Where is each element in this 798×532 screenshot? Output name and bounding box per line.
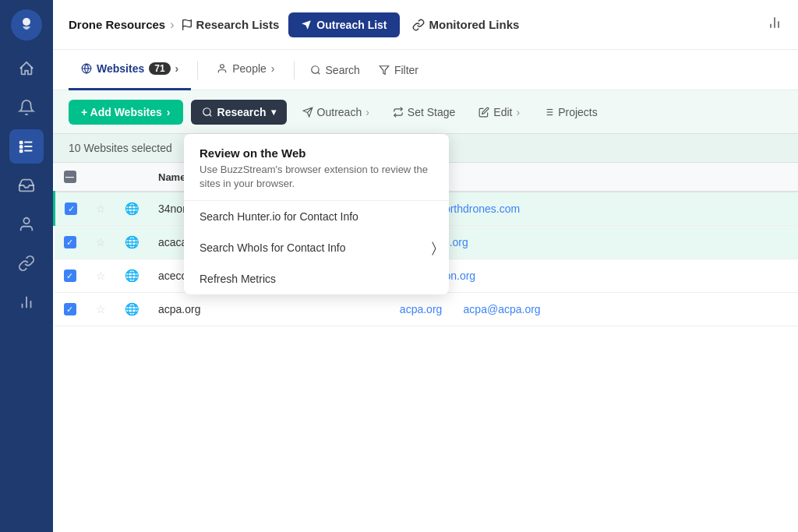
set-stage-button[interactable]: Set Stage [385,101,464,123]
tab-bar: Websites 71 › People › Search Filter [53,50,798,90]
svg-marker-20 [380,65,389,74]
research-button[interactable]: Research ▾ [191,100,287,125]
chart-button[interactable] [767,15,782,34]
row-3-checkbox-cell: ✓ [55,259,87,293]
edit-icon [478,107,489,118]
breadcrumb-root[interactable]: Drone Resources [69,18,165,31]
row-2-checkbox[interactable]: ✓ [64,236,76,248]
row-4-star[interactable]: ☆ [96,303,106,315]
tab-websites-label: Websites [97,62,144,75]
svg-point-18 [311,65,318,72]
sidebar-logo[interactable] [11,9,42,41]
research-dropdown: Review on the Web Use BuzzStream's brows… [184,134,449,294]
sidebar [0,0,53,532]
row-3-star[interactable]: ☆ [96,270,106,282]
projects-button[interactable]: Projects [535,101,606,123]
research-icon [202,107,213,118]
dropdown-item-refresh-label: Refresh Metrics [200,273,276,285]
row-3-url[interactable]: acecoregon.org [390,259,798,293]
dropdown-item-hunter[interactable]: Search Hunter.io for Contact Info [184,201,449,232]
outreach-button[interactable]: Outreach › [295,101,377,123]
top-nav: Drone Resources › Research Lists Outreac… [53,0,798,50]
sidebar-item-notifications[interactable] [9,90,44,125]
row-4-globe-cell: 🌐 [115,293,149,326]
flag-icon [181,19,193,31]
row-2-star[interactable]: ☆ [96,236,106,248]
svg-rect-4 [20,142,23,144]
row-4-url[interactable]: acpa.org [400,303,442,315]
svg-rect-5 [20,146,23,148]
breadcrumb: Drone Resources › [69,18,175,32]
filter-action[interactable]: Filter [369,50,428,90]
add-websites-button[interactable]: + Add Websites › [69,100,183,125]
edit-label: Edit [493,106,512,118]
select-all-checkbox[interactable]: — [64,171,76,183]
tab-websites-chevron: › [175,62,179,75]
projects-label: Projects [558,106,598,118]
row-4-globe: 🌐 [125,302,139,315]
row-2-checkbox-cell: ✓ [55,226,87,259]
row-4-name[interactable]: acpa.org [149,293,390,326]
cursor-indicator: 〉 [432,240,436,256]
monitored-links-label: Monitored Links [429,18,520,31]
search-label: Search [326,64,360,76]
row-1-star-cell: ☆ [87,192,115,226]
main-content: Drone Resources › Research Lists Outreac… [53,0,798,532]
svg-point-0 [23,18,30,26]
dropdown-header-desc: Use BuzzStream's browser extension to re… [200,163,433,191]
sidebar-item-outbox[interactable] [9,168,44,203]
sidebar-item-home[interactable] [9,51,44,86]
edit-button[interactable]: Edit › [471,101,528,123]
outreach-list-button[interactable]: Outreach List [288,12,399,37]
research-lists-label: Research Lists [196,18,280,31]
row-2-url[interactable]: acacamps.org [390,226,798,259]
row-1-checkbox[interactable]: ✓ [65,203,77,215]
row-4-mixed: acpa.org acpa@acpa.org [390,293,798,326]
row-1-checkbox-cell: ✓ [55,192,87,226]
col-checkbox: — [55,163,87,192]
svg-line-22 [209,114,211,116]
sidebar-item-links[interactable] [9,246,44,280]
home-icon [18,60,35,77]
svg-line-19 [317,72,320,74]
toolbar: + Add Websites › Research ▾ Outreach › [53,90,798,134]
outreach-label: Outreach [317,106,362,118]
sidebar-item-lists[interactable] [9,129,44,164]
dropdown-item-whois-label: Search WhoIs for Contact Info [200,241,346,254]
monitored-links-link[interactable]: Monitored Links [412,18,520,31]
search-icon [310,65,321,76]
col-star [87,163,115,192]
svg-point-21 [203,107,210,115]
research-chevron: ▾ [271,107,276,118]
col-email: Email [390,163,798,192]
row-4-star-cell: ☆ [87,293,115,326]
row-1-email[interactable]: nfo@34northdrones.com [390,192,798,226]
tab-people-label: People [232,62,267,75]
sidebar-item-contacts[interactable] [9,207,44,241]
links-icon [18,255,35,272]
tab-people-chevron: › [271,62,275,75]
tab-websites[interactable]: Websites 71 › [69,50,191,90]
outreach-list-label: Outreach List [316,19,387,31]
filter-icon [379,65,390,76]
tab-people[interactable]: People › [204,50,287,90]
row-2-globe: 🌐 [125,235,139,248]
row-3-globe: 🌐 [125,269,139,282]
breadcrumb-separator: › [170,18,174,32]
search-action[interactable]: Search [301,50,369,90]
research-lists-link[interactable]: Research Lists [181,18,280,31]
row-1-star[interactable]: ☆ [96,203,106,215]
dropdown-item-refresh[interactable]: Refresh Metrics [184,263,449,294]
set-stage-label: Set Stage [408,106,456,118]
row-4-checkbox[interactable]: ✓ [64,303,76,315]
dropdown-item-whois[interactable]: Search WhoIs for Contact Info 〉 [184,232,449,263]
sidebar-item-analytics[interactable] [9,285,44,319]
svg-point-7 [23,218,29,224]
tab-divider-2 [294,61,295,79]
row-4-email[interactable]: acpa@acpa.org [464,303,541,315]
globe-tab-icon [81,63,92,74]
row-2-star-cell: ☆ [87,226,115,259]
row-3-checkbox[interactable]: ✓ [64,270,76,282]
row-1-globe-cell: 🌐 [115,192,149,226]
tab-websites-count: 71 [149,62,170,75]
